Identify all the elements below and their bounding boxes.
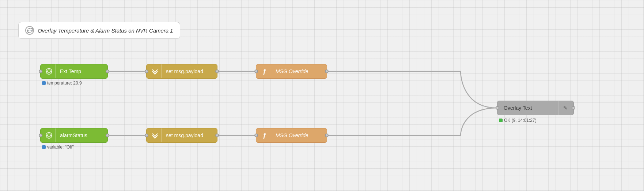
set-payload-2-port-left: [145, 134, 148, 137]
msg-override-2-port-right: [325, 134, 329, 137]
alarm-status-port-right: [106, 134, 109, 137]
msg-override-1-label: MSG Override: [271, 68, 325, 74]
set-payload-2-node[interactable]: set msg.payload: [146, 128, 217, 143]
set-payload-2-icon: [148, 128, 162, 142]
msg-override-1-port-right: [325, 70, 329, 73]
alarm-status-icon: [42, 128, 56, 142]
ext-temp-port-right: [106, 70, 109, 73]
set-payload-1-port-left: [145, 70, 148, 73]
msg-override-2-node[interactable]: ƒ MSG Override: [256, 128, 327, 143]
msg-override-2-icon: ƒ: [258, 128, 271, 142]
set-payload-1-label: set msg.payload: [162, 68, 215, 74]
status-dot: [499, 119, 503, 122]
set-payload-2-label: set msg.payload: [162, 132, 215, 138]
ext-temp-node[interactable]: Ext Temp: [40, 64, 108, 79]
ext-temp-icon: [42, 64, 56, 78]
overlay-text-node[interactable]: Overlay Text ✎: [497, 101, 574, 115]
comment-node: 💬 Overlay Temperature & Alarm Status on …: [18, 22, 180, 39]
overlay-text-port-right: [572, 106, 575, 110]
alarm-status-port-left: [39, 134, 42, 137]
msg-override-1-icon: ƒ: [258, 64, 271, 78]
msg-override-1-node[interactable]: ƒ MSG Override: [256, 64, 327, 79]
set-payload-2-port-right: [215, 134, 219, 137]
status-label: OK (9, 14:01:27): [504, 118, 537, 123]
overlay-text-label: Overlay Text: [499, 105, 558, 111]
alarm-status-sublabel: variable: "Off": [42, 145, 74, 150]
comment-icon: 💬: [25, 26, 34, 35]
msg-override-2-label: MSG Override: [271, 132, 325, 138]
ext-temp-dot: [42, 81, 46, 85]
svg-point-7: [48, 134, 50, 137]
ext-temp-sublabel: temperature: 20.9: [42, 80, 82, 86]
set-payload-1-node[interactable]: set msg.payload: [146, 64, 217, 79]
set-payload-1-icon: [148, 64, 162, 78]
overlay-text-port-left: [496, 106, 499, 110]
overlay-text-status: OK (9, 14:01:27): [499, 118, 537, 123]
alarm-status-dot: [42, 145, 46, 149]
svg-point-1: [48, 70, 50, 73]
alarm-status-node[interactable]: alarmStatus: [40, 128, 108, 143]
msg-override-1-port-left: [254, 70, 258, 73]
alarm-status-label: alarmStatus: [56, 132, 106, 138]
ext-temp-port-left: [39, 70, 42, 73]
overlay-text-edit-icon[interactable]: ✎: [558, 101, 572, 115]
set-payload-1-port-right: [215, 70, 219, 73]
ext-temp-label: Ext Temp: [56, 68, 106, 74]
msg-override-2-port-left: [254, 134, 258, 137]
comment-text: Overlay Temperature & Alarm Status on NV…: [38, 27, 173, 34]
